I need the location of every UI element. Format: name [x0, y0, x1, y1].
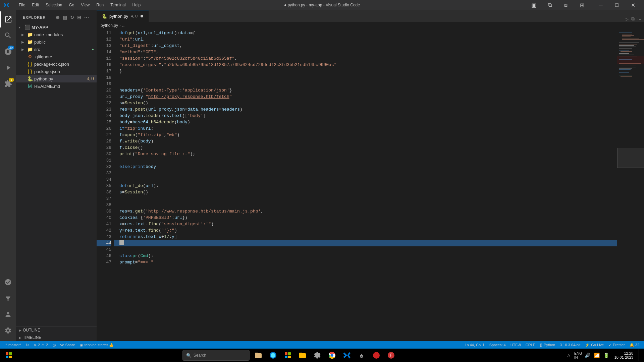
layout-icon-4[interactable]: ⊞ — [574, 0, 590, 10]
outline-section[interactable]: ▶ OUTLINE — [16, 326, 97, 334]
activity-search[interactable] — [0, 27, 16, 44]
menu-terminal[interactable]: Terminal — [108, 2, 128, 8]
tree-item-my-app[interactable]: ▾ ⬛ MY-APP — [16, 23, 97, 31]
vscode-logo-icon — [3, 2, 9, 8]
tab-python-py[interactable]: 🐍 python.py 4, U — [97, 10, 149, 22]
menu-edit[interactable]: Edit — [29, 2, 42, 8]
code-editor: 1112131415 1617181920 2122232425 2627282… — [97, 29, 644, 341]
tree-item-package-json[interactable]: { } package.json — [16, 68, 97, 75]
activity-testing[interactable] — [0, 290, 16, 306]
status-position[interactable]: Ln 44, Col 1 — [463, 341, 486, 349]
breadcrumb: python.py › ... — [97, 22, 644, 29]
taskbar-right: △ ENGIN 🔊 📶 🔋 12:28 10-01-2023 — [565, 349, 641, 361]
taskbar-icon-settings2[interactable] — [311, 349, 323, 361]
taskbar-icon-chrome[interactable] — [326, 349, 338, 361]
taskbar-icon-edge[interactable] — [267, 349, 279, 361]
tree-arrow-my-app: ▾ — [19, 25, 24, 29]
window-title: ● python.py - my-app - Visual Studio Cod… — [284, 3, 360, 7]
status-tabnine[interactable]: ◉ tabnine starter 👍 — [78, 341, 116, 349]
timeline-section[interactable]: ▶ TIMELINE — [16, 334, 97, 341]
tree-item-public[interactable]: ▶ 📁 public — [16, 38, 97, 46]
tree-item-gitignore[interactable]: ⚙ .gitignore — [16, 53, 97, 60]
tree-item-readme[interactable]: M README.md — [16, 82, 97, 90]
tree-item-src[interactable]: ▶ 📁 src ● — [16, 46, 97, 53]
code-line-13: "url_digest": url_digest, — [114, 43, 617, 49]
menu-selection[interactable]: Selection — [43, 2, 65, 8]
status-spaces[interactable]: Spaces: 4 — [487, 341, 508, 349]
status-language[interactable]: {} Python — [538, 341, 557, 349]
activity-explorer[interactable] — [0, 11, 16, 27]
warning-count: 2 — [46, 343, 48, 347]
json-icon-2: { } — [27, 68, 33, 74]
new-file-icon[interactable]: ⊕ — [55, 14, 61, 21]
new-folder-icon[interactable]: ▤ — [62, 14, 68, 21]
refresh-icon[interactable]: ↻ — [69, 14, 75, 21]
activity-remote[interactable] — [0, 274, 16, 290]
tray-battery[interactable]: 🔋 — [602, 351, 610, 359]
taskbar-icon-vscode[interactable] — [341, 349, 353, 361]
tray-network[interactable]: 📶 — [593, 351, 601, 359]
breadcrumb-file[interactable]: python.py — [101, 23, 118, 28]
layout-icon-3[interactable]: ⧈ — [558, 0, 574, 10]
layout-icon-2[interactable]: ⧉ — [542, 0, 557, 10]
status-encoding[interactable]: UTF-8 — [508, 341, 523, 349]
status-prettier[interactable]: ✓ Prettier — [606, 341, 627, 349]
status-eol[interactable]: CRLF — [524, 341, 537, 349]
breadcrumb-more[interactable]: ... — [122, 23, 125, 28]
tray-keyboard[interactable]: ENGIN — [574, 351, 582, 359]
status-notifications[interactable]: 🔔 32 — [628, 341, 641, 349]
tree-item-package-lock[interactable]: { } package-lock.json — [16, 60, 97, 68]
svg-rect-14 — [621, 51, 632, 52]
status-liveshare[interactable]: ◎ Live Share — [51, 341, 77, 349]
start-button[interactable] — [3, 349, 15, 361]
split-editor-icon[interactable]: ⧉ — [631, 16, 635, 22]
activity-git[interactable]: 20 — [0, 44, 16, 60]
tree-item-node-modules[interactable]: ▶ 📁 node_modules — [16, 31, 97, 38]
more-actions-icon[interactable]: ··· — [84, 14, 90, 21]
taskbar-icon-steam[interactable]: ♠ — [356, 349, 368, 361]
layout-icon-1[interactable]: ▣ — [526, 0, 541, 10]
maximize-button[interactable]: □ — [609, 0, 625, 10]
taskbar-icon-app2[interactable]: F — [385, 349, 397, 361]
taskbar-icon-store[interactable] — [282, 349, 294, 361]
svg-rect-34 — [285, 352, 287, 355]
menu-file[interactable]: File — [16, 2, 28, 8]
encoding-label: UTF-8 — [511, 343, 521, 347]
spaces-label: Spaces: 4 — [489, 343, 506, 347]
status-branch[interactable]: ⑂ master* — [3, 341, 23, 349]
collapse-icon[interactable]: ⊟ — [76, 14, 82, 21]
tray-show-desktop[interactable] — [639, 349, 641, 361]
taskbar-icon-explorer[interactable] — [252, 349, 264, 361]
status-golive[interactable]: ⚡ Go Live — [583, 341, 606, 349]
code-content[interactable]: def get(url, url_digest): data = { "url"… — [114, 29, 617, 341]
tray-chevron[interactable]: △ — [565, 351, 573, 359]
activity-extensions[interactable]: 1 — [0, 76, 16, 92]
tray-speaker[interactable]: 🔊 — [584, 351, 592, 359]
status-sync[interactable]: ↻ — [24, 341, 31, 349]
run-code-icon[interactable]: ▷ — [625, 16, 629, 22]
minimize-button[interactable]: ─ — [593, 0, 608, 10]
code-line-17: } — [114, 68, 617, 74]
close-button[interactable]: ✕ — [625, 0, 641, 10]
code-line-26: if "zip" in url: — [114, 125, 617, 132]
code-line-33 — [114, 170, 617, 176]
clock-area[interactable]: 12:28 10-01-2023 — [613, 351, 635, 359]
folder-closed-icon: 📁 — [27, 32, 33, 38]
activity-settings[interactable] — [0, 322, 16, 339]
menu-run[interactable]: Run — [94, 2, 106, 8]
more-editor-icon[interactable]: ··· — [637, 16, 641, 22]
taskbar-search[interactable]: 🔍 Search — [182, 350, 250, 361]
svg-rect-12 — [619, 48, 632, 49]
taskbar-icon-app1[interactable] — [370, 349, 382, 361]
menu-go[interactable]: Go — [66, 2, 77, 8]
activity-account[interactable] — [0, 306, 16, 322]
status-errors[interactable]: ⊗ 2 ⚠ 2 — [32, 341, 50, 349]
tree-item-python-py[interactable]: 🐍 python.py 4, U — [16, 75, 97, 82]
menu-view[interactable]: View — [78, 2, 92, 8]
status-python-version[interactable]: 3.10.3 64-bit — [558, 341, 582, 349]
taskbar-icon-files[interactable] — [297, 349, 309, 361]
language-icon: {} — [540, 343, 542, 347]
menu-help[interactable]: Help — [130, 2, 144, 8]
activity-run[interactable] — [0, 60, 16, 76]
svg-rect-24 — [619, 69, 631, 70]
